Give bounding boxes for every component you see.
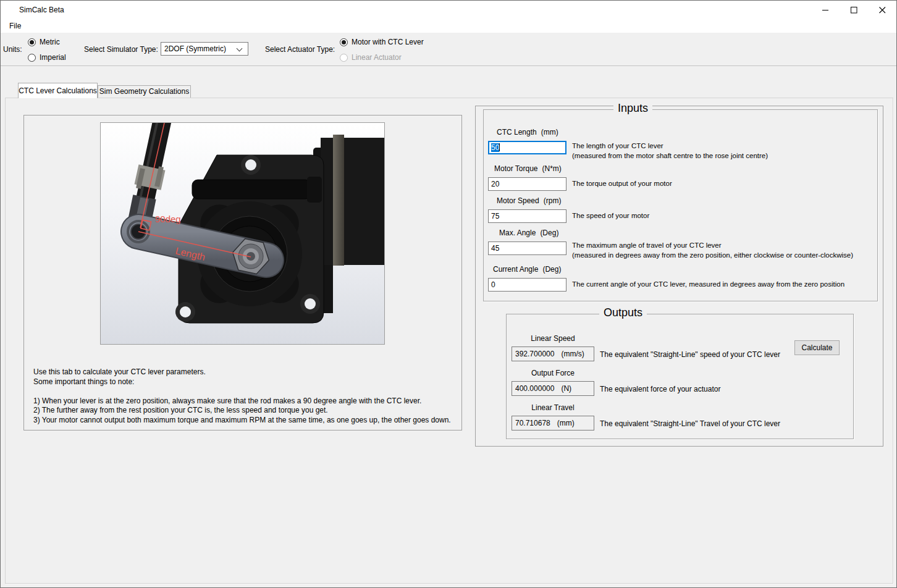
options-toolbar: Units: Metric Imperial Select Simulator … [1,33,896,66]
ctc-length-desc-1: The length of your CTC lever [572,142,663,149]
tab-page-ctc-lever: 90deg Length Use this tab to calculate y… [5,98,893,584]
title-bar: SimCalc Beta [1,1,896,19]
linear-travel-output: 70.710678(mm) [512,416,594,430]
linear-speed-output: 392.700000(mm/s) [512,346,594,361]
motor-torque-label: Motor Torque(N*m) [494,164,562,173]
linear-travel-desc: The equivalent "Straight-Line" Travel of… [600,419,780,428]
linear-speed-label: Linear Speed [512,334,594,343]
window-controls [811,1,896,19]
menu-file[interactable]: File [6,20,24,32]
tab-sim-geometry-calculations[interactable]: Sim Geometry Calculations [98,85,191,98]
ctc-lever-diagram: 90deg Length [100,122,385,345]
motor-speed-desc: The speed of your motor [572,212,649,219]
radio-metric[interactable] [28,38,36,46]
calculate-button[interactable]: Calculate [794,340,840,355]
maximize-button[interactable] [840,1,868,19]
max-angle-desc-2: (measured in degrees away from the zero … [572,251,853,259]
minimize-icon [822,7,829,14]
radio-linear-actuator [340,54,348,62]
outputs-groupbox: Outputs Linear Speed 392.700000(mm/s) Th… [506,314,854,439]
motor-torque-desc: The torque output of your motor [572,180,672,187]
tab-notes: Use this tab to calculate your CTC lever… [33,368,461,425]
tab-ctc-lever-calculations[interactable]: CTC Lever Calculations [18,83,98,98]
close-icon [879,7,886,14]
current-angle-input[interactable]: 0 [488,278,566,292]
ctc-length-desc-2: (measured from the motor shaft centre to… [572,152,768,159]
menu-bar: File [1,19,896,33]
linear-travel-label: Linear Travel [512,403,594,412]
calculation-panel: Inputs CTC Length(mm) 50 The length of y… [475,106,883,447]
ctc-length-input[interactable]: 50 [488,141,566,154]
angle-annotation: 90deg [155,214,181,224]
motor-torque-input[interactable]: 20 [488,177,566,191]
inputs-title: Inputs [613,102,652,115]
radio-motor-ctc-lever[interactable] [340,38,348,46]
window-title: SimCalc Beta [19,1,64,19]
max-angle-desc-1: The maximum angle of travel of your CTC … [572,242,722,249]
output-force-label: Output Force [512,369,594,377]
minimize-button[interactable] [811,1,840,19]
faceplate-slot [192,180,311,199]
current-angle-desc: The current angle of your CTC lever, mea… [572,280,844,288]
output-force-desc: The equivalent force of your actuator [600,385,720,393]
radio-imperial-label[interactable]: Imperial [40,53,66,62]
radio-imperial[interactable] [28,54,36,62]
chevron-down-icon [237,46,243,52]
output-force-output: 400.000000(N) [512,381,594,396]
app-window: { "window": { "title": "SimCalc Beta", "… [0,0,897,588]
simulator-type-label: Select Simulator Type: [84,45,158,54]
simulator-type-select[interactable]: 2DOF (Symmetric) [161,42,248,56]
linear-speed-desc: The equivalent "Straight-Line" speed of … [600,350,780,359]
motor-render: 90deg Length [101,123,384,344]
lever-info-panel: 90deg Length Use this tab to calculate y… [23,115,462,430]
motor-speed-label: Motor Speed(rpm) [497,196,561,205]
max-angle-input[interactable]: 45 [488,242,566,255]
close-button[interactable] [868,1,896,19]
maximize-icon [851,7,857,14]
text-caret [499,143,500,151]
max-angle-label: Max. Angle(Deg) [499,229,558,237]
current-angle-label: Current Angle(Deg) [493,265,561,274]
motor-speed-input[interactable]: 75 [488,209,566,223]
simulator-type-value: 2DOF (Symmetric) [164,44,226,53]
radio-motor-ctc-lever-label[interactable]: Motor with CTC Lever [352,38,424,46]
inputs-groupbox: Inputs CTC Length(mm) 50 The length of y… [483,109,878,301]
selected-text: 50 [491,143,499,152]
actuator-type-label: Select Actuator Type: [265,45,335,54]
units-label: Units: [3,45,22,54]
ctc-length-label: CTC Length(mm) [497,128,558,136]
radio-metric-label[interactable]: Metric [40,38,60,46]
outputs-title: Outputs [599,306,647,319]
radio-linear-actuator-label: Linear Actuator [352,53,402,62]
